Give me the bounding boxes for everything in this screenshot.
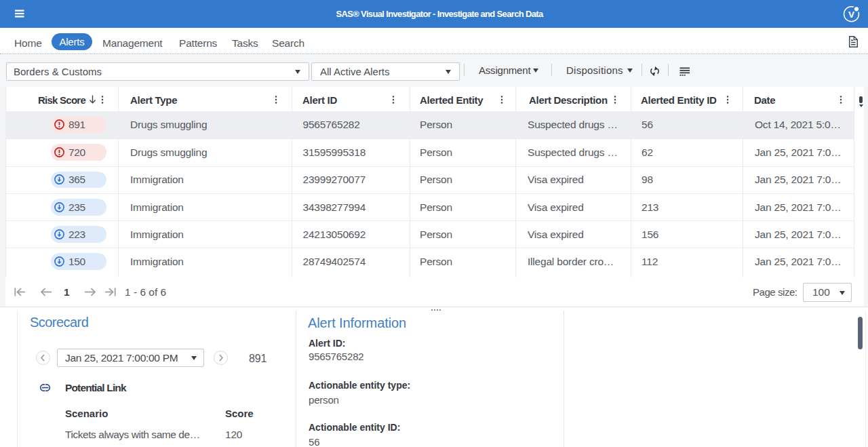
svg-text:V: V (848, 9, 854, 20)
